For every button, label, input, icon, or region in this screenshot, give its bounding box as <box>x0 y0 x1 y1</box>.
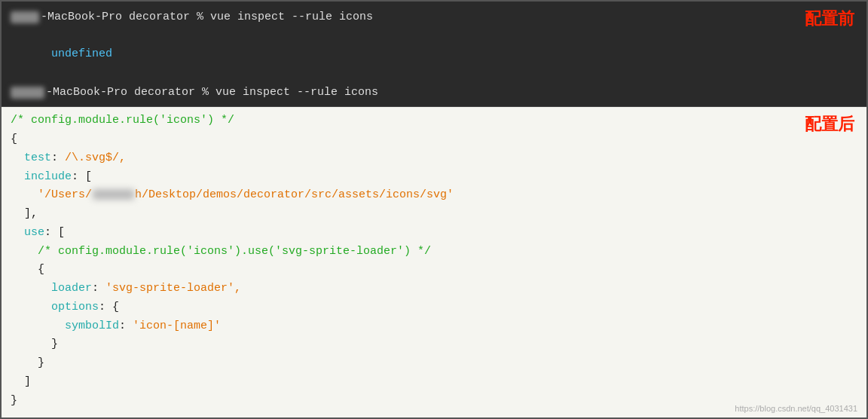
label-before: 配置前 <box>805 8 854 30</box>
blurred-user-1 <box>11 11 39 23</box>
code-line-7: use: [ <box>11 224 857 243</box>
blurred-user-2 <box>11 87 44 99</box>
after-section: 配置后 /* config.module.rule('icons') */ { … <box>2 107 866 417</box>
cmd-line-2: -MacBook-Pro decorator % vue inspect --r… <box>11 83 857 102</box>
code-line-13: } <box>11 335 857 354</box>
code-line-6: ], <box>11 205 857 224</box>
code-line-10: loader: 'svg-sprite-loader', <box>11 280 857 298</box>
blurred-path <box>93 189 134 200</box>
code-line-2: { <box>11 130 857 149</box>
code-line-16: } <box>11 392 857 411</box>
code-line-14: } <box>11 354 857 373</box>
code-line-1: /* config.module.rule('icons') */ <box>11 112 857 130</box>
label-after: 配置后 <box>805 113 854 136</box>
before-section: 配置前 -MacBook-Pro decorator % vue inspect… <box>2 2 866 107</box>
code-line-12: symbolId: 'icon-[name]' <box>11 317 857 336</box>
code-line-15: ] <box>11 373 857 392</box>
code-line-5: '/Users/h/Desktop/demos/decorator/src/as… <box>11 186 857 205</box>
code-line-4: include: [ <box>11 168 857 187</box>
undefined-text: undefined <box>51 47 112 60</box>
terminal-window: 配置前 -MacBook-Pro decorator % vue inspect… <box>0 0 868 419</box>
code-line-9: { <box>11 261 857 280</box>
watermark: https://blog.csdn.net/qq_4031431 <box>735 404 857 413</box>
cmd-text-2: -MacBook-Pro decorator % vue inspect --r… <box>46 83 378 102</box>
cmd-line-1: -MacBook-Pro decorator % vue inspect --r… <box>11 8 857 27</box>
undefined-line: undefined <box>11 27 857 83</box>
code-line-3: test: /\.svg$/, <box>11 149 857 168</box>
code-line-11: options: { <box>11 298 857 317</box>
cmd-text-1: -MacBook-Pro decorator % vue inspect --r… <box>41 8 373 27</box>
code-line-8: /* config.module.rule('icons').use('svg-… <box>11 243 857 261</box>
